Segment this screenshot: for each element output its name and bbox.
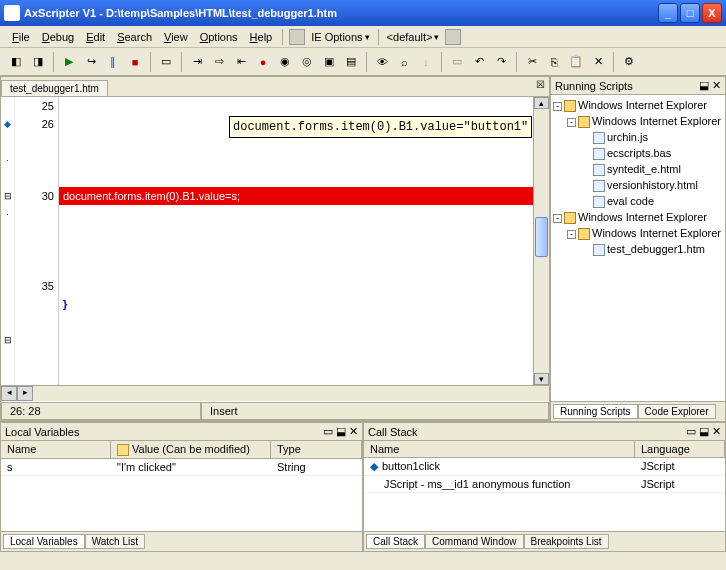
- find-icon[interactable]: 👁: [372, 52, 392, 72]
- step-out-icon[interactable]: ⇤: [231, 52, 251, 72]
- tab-local-variables[interactable]: Local Variables: [3, 534, 85, 549]
- panel-close-icon[interactable]: ✕: [712, 425, 721, 438]
- locals-table-header[interactable]: Name Value (Can be modified) Type: [1, 441, 362, 459]
- pin-icon[interactable]: ⬓: [699, 79, 709, 92]
- tool-btn-2[interactable]: ◨: [28, 52, 48, 72]
- tab-breakpoints-list[interactable]: Breakpoints List: [524, 534, 609, 549]
- tool-separator: [366, 52, 367, 72]
- callstack-table-header[interactable]: Name Language: [364, 441, 725, 458]
- delete-icon[interactable]: ✕: [588, 52, 608, 72]
- tool-btn-1[interactable]: ◧: [6, 52, 26, 72]
- col-name[interactable]: Name: [364, 441, 635, 457]
- panel-title-text: Call Stack: [368, 426, 686, 438]
- doc-icon[interactable]: ▭: [156, 52, 176, 72]
- code-editor[interactable]: ◆· ⊟· ⊟ 25 26 30 35 document.forms.item(…: [1, 97, 549, 385]
- tool-btn-bp2[interactable]: ◉: [275, 52, 295, 72]
- panel-title-text: Running Scripts: [555, 80, 699, 92]
- call-stack-panel: Call Stack ▭⬓✕ Name Language ◆button1cli…: [363, 422, 726, 552]
- paste-icon[interactable]: 📋: [566, 52, 586, 72]
- copy-icon[interactable]: ⎘: [544, 52, 564, 72]
- col-value[interactable]: Value (Can be modified): [111, 441, 271, 458]
- tool-separator: [441, 52, 442, 72]
- run-icon[interactable]: ▶: [59, 52, 79, 72]
- goto-icon[interactable]: ↓: [416, 52, 436, 72]
- tool-separator: [516, 52, 517, 72]
- statusbar: 26: 28 Insert: [1, 401, 549, 421]
- table-row[interactable]: JScript - ms__id1 anonymous function JSc…: [364, 476, 725, 493]
- menu-options[interactable]: Options: [194, 29, 244, 45]
- default-dropdown[interactable]: <default>: [383, 30, 444, 44]
- copy-config-icon[interactable]: [445, 29, 461, 45]
- pin-icon[interactable]: ⬓: [336, 425, 346, 438]
- tab-running-scripts[interactable]: Running Scripts: [553, 404, 638, 419]
- scripts-tree[interactable]: -Windows Internet Explorer -Windows Inte…: [551, 95, 725, 401]
- code-text[interactable]: document.forms.item(0).B1.value=s; } fun…: [59, 97, 533, 385]
- tab-close-icon[interactable]: ☒: [536, 79, 545, 90]
- menu-separator: [378, 29, 379, 45]
- menu-search[interactable]: Search: [111, 29, 158, 45]
- panel-close-icon[interactable]: ✕: [349, 425, 358, 438]
- editor-tab[interactable]: test_debugger1.htm: [1, 80, 108, 96]
- minimize-button[interactable]: _: [658, 3, 678, 23]
- table-row[interactable]: s "I'm clicked" String: [1, 459, 362, 476]
- titlebar[interactable]: AxScripter V1 - D:\temp\Samples\HTML\tes…: [0, 0, 726, 26]
- menu-file[interactable]: File: [6, 29, 36, 45]
- col-language[interactable]: Language: [635, 441, 725, 457]
- run-to-icon[interactable]: ↪: [81, 52, 101, 72]
- tool-btn-bp5[interactable]: ▤: [341, 52, 361, 72]
- current-frame-icon: ◆: [370, 460, 378, 472]
- table-row[interactable]: ◆button1click JScript: [364, 458, 725, 476]
- menu-edit[interactable]: Edit: [80, 29, 111, 45]
- breakpoint-icon[interactable]: ●: [253, 52, 273, 72]
- tool-btn-bp4[interactable]: ▣: [319, 52, 339, 72]
- tool-separator: [53, 52, 54, 72]
- scroll-left-icon[interactable]: ◂: [1, 386, 17, 401]
- titlebar-text: AxScripter V1 - D:\temp\Samples\HTML\tes…: [24, 7, 658, 19]
- menu-separator: [282, 29, 283, 45]
- ie-options-dropdown[interactable]: IE Options: [307, 30, 373, 44]
- maximize-button[interactable]: □: [680, 3, 700, 23]
- pin-icon[interactable]: ⬓: [699, 425, 709, 438]
- editor-tab-strip: test_debugger1.htm ☒: [1, 77, 549, 97]
- edit-icon: [117, 444, 129, 456]
- marker-column[interactable]: ◆· ⊟· ⊟: [1, 97, 15, 385]
- app-icon: [4, 5, 20, 21]
- value-tooltip: document.forms.item(0).B1.value="button1…: [229, 116, 532, 138]
- tab-call-stack[interactable]: Call Stack: [366, 534, 425, 549]
- col-type[interactable]: Type: [271, 441, 362, 458]
- dock-icon[interactable]: ▭: [323, 425, 333, 438]
- editor-pane: test_debugger1.htm ☒ ◆· ⊟· ⊟ 25 26 30 35: [0, 76, 550, 422]
- menu-view[interactable]: View: [158, 29, 194, 45]
- running-scripts-panel: Running Scripts ⬓ ✕ -Windows Internet Ex…: [550, 76, 726, 422]
- step-into-icon[interactable]: ⇥: [187, 52, 207, 72]
- current-line[interactable]: document.forms.item(0).B1.value=s;: [59, 187, 533, 205]
- dock-icon[interactable]: ▭: [686, 425, 696, 438]
- panel-close-icon[interactable]: ✕: [712, 79, 721, 92]
- horizontal-scrollbar[interactable]: ◂▸: [1, 385, 549, 401]
- tool-separator: [613, 52, 614, 72]
- status-mode: Insert: [201, 402, 549, 420]
- stop-icon[interactable]: ■: [125, 52, 145, 72]
- cut-icon[interactable]: ✂: [522, 52, 542, 72]
- menu-debug[interactable]: Debug: [36, 29, 80, 45]
- redo-icon[interactable]: ↷: [491, 52, 511, 72]
- undo-icon[interactable]: ↶: [469, 52, 489, 72]
- vertical-scrollbar[interactable]: [533, 97, 549, 385]
- refresh-icon[interactable]: [289, 29, 305, 45]
- tab-code-explorer[interactable]: Code Explorer: [638, 404, 716, 419]
- pause-icon[interactable]: ‖: [103, 52, 123, 72]
- tab-command-window[interactable]: Command Window: [425, 534, 523, 549]
- options-icon[interactable]: ⚙: [619, 52, 639, 72]
- binoculars-icon[interactable]: ⌕: [394, 52, 414, 72]
- scrollbar-thumb[interactable]: [535, 217, 548, 257]
- tab-watch-list[interactable]: Watch List: [85, 534, 145, 549]
- tool-btn-bp3[interactable]: ◎: [297, 52, 317, 72]
- menu-help[interactable]: Help: [244, 29, 279, 45]
- line-number-gutter[interactable]: 25 26 30 35: [15, 97, 59, 385]
- tool-separator: [181, 52, 182, 72]
- col-name[interactable]: Name: [1, 441, 111, 458]
- local-variables-panel: Local Variables ▭⬓✕ Name Value (Can be m…: [0, 422, 363, 552]
- scroll-right-icon[interactable]: ▸: [17, 386, 33, 401]
- step-over-icon[interactable]: ⇨: [209, 52, 229, 72]
- close-button[interactable]: X: [702, 3, 722, 23]
